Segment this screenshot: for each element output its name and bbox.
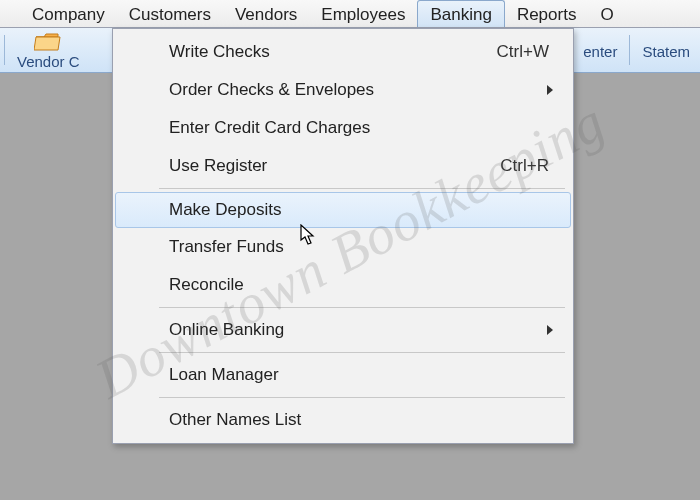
toolbar-label: enter (583, 43, 617, 60)
menu-label: O (600, 5, 613, 25)
menu-vendors[interactable]: Vendors (223, 0, 309, 27)
item-label: Online Banking (169, 320, 539, 340)
menu-label: Reports (517, 5, 577, 25)
vendor-center-button[interactable]: Vendor C (7, 28, 90, 72)
menu-overflow[interactable]: O (588, 0, 625, 27)
item-label: Transfer Funds (169, 237, 553, 257)
item-label: Reconcile (169, 275, 553, 295)
menu-item-enter-cc[interactable]: Enter Credit Card Charges (115, 109, 571, 147)
item-accel: Ctrl+R (500, 156, 553, 176)
toolbar-label: Vendor C (17, 53, 80, 70)
item-label: Use Register (169, 156, 500, 176)
item-label: Write Checks (169, 42, 497, 62)
item-label: Order Checks & Envelopes (169, 80, 539, 100)
menu-banking[interactable]: Banking (417, 0, 504, 27)
item-accel: Ctrl+W (497, 42, 553, 62)
menu-label: Banking (430, 5, 491, 25)
menu-separator (159, 397, 565, 398)
statements-button[interactable]: Statem (632, 28, 700, 72)
menu-employees[interactable]: Employees (309, 0, 417, 27)
item-label: Make Deposits (169, 200, 553, 220)
menubar: Company Customers Vendors Employees Bank… (0, 0, 700, 28)
menu-item-write-checks[interactable]: Write Checks Ctrl+W (115, 33, 571, 71)
menu-company[interactable]: Company (20, 0, 117, 27)
menu-item-other-names[interactable]: Other Names List (115, 401, 571, 439)
menu-separator (159, 352, 565, 353)
menu-item-reconcile[interactable]: Reconcile (115, 266, 571, 304)
menu-item-loan-manager[interactable]: Loan Manager (115, 356, 571, 394)
menu-label: Employees (321, 5, 405, 25)
item-label: Enter Credit Card Charges (169, 118, 553, 138)
folder-icon (34, 32, 62, 53)
chevron-right-icon (547, 85, 553, 95)
menu-separator (159, 307, 565, 308)
menu-separator (159, 188, 565, 189)
menu-customers[interactable]: Customers (117, 0, 223, 27)
menu-item-transfer-funds[interactable]: Transfer Funds (115, 228, 571, 266)
item-label: Loan Manager (169, 365, 553, 385)
enter-button[interactable]: enter (573, 28, 627, 72)
menu-reports[interactable]: Reports (505, 0, 589, 27)
menu-label: Company (32, 5, 105, 25)
menu-label: Customers (129, 5, 211, 25)
menu-label: Vendors (235, 5, 297, 25)
item-label: Other Names List (169, 410, 553, 430)
toolbar-divider (629, 35, 630, 66)
menu-item-make-deposits[interactable]: Make Deposits (115, 192, 571, 228)
toolbar-label: Statem (642, 43, 690, 60)
banking-dropdown: Write Checks Ctrl+W Order Checks & Envel… (112, 28, 574, 444)
menu-item-order-checks[interactable]: Order Checks & Envelopes (115, 71, 571, 109)
toolbar-divider (4, 35, 5, 66)
menu-item-use-register[interactable]: Use Register Ctrl+R (115, 147, 571, 185)
menu-item-online-banking[interactable]: Online Banking (115, 311, 571, 349)
chevron-right-icon (547, 325, 553, 335)
